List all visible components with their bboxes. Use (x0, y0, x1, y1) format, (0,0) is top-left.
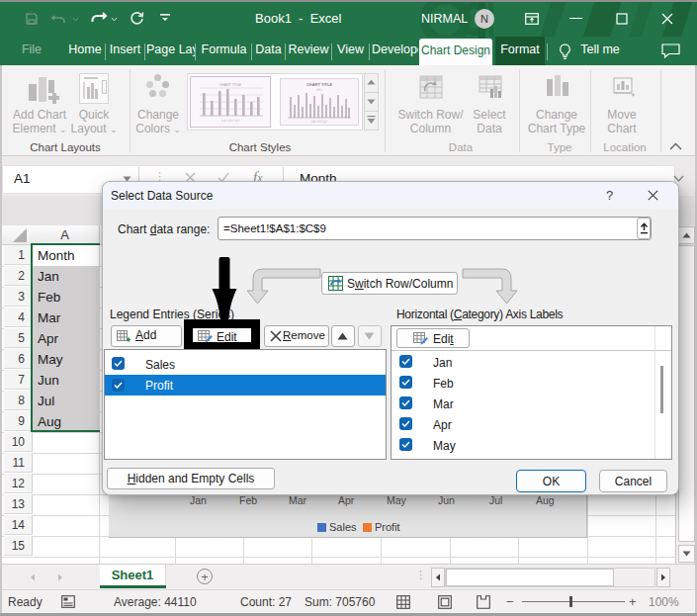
svg-text:a b c d e f g h: a b c d e f g h (221, 119, 240, 123)
svg-text:a b c d e f g h: a b c d e f g h (311, 120, 327, 124)
svg-text:a b c: a b c (316, 88, 323, 92)
svg-text:CHART TITLE: CHART TITLE (306, 82, 333, 87)
svg-text:CHART TITLE: CHART TITLE (219, 83, 242, 87)
